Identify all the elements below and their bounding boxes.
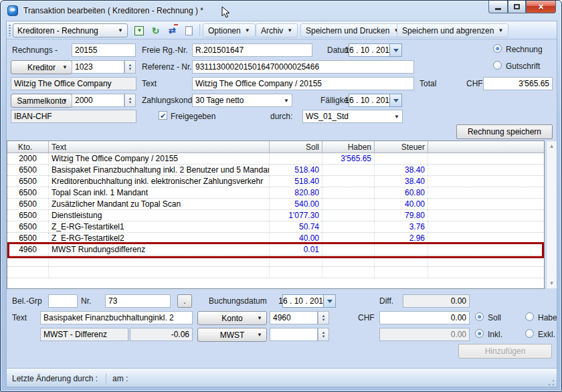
table-row[interactable]: 6500 Zusätzlicher Mandant zu Topal Scan … bbox=[7, 199, 544, 210]
menu-speichern-drucken[interactable]: Speichern und Drucken▼ bbox=[300, 23, 404, 37]
chevron-down-icon: ▼ bbox=[498, 27, 503, 33]
radio-gutschrift[interactable] bbox=[493, 61, 502, 70]
freigegeben-checkbox[interactable]: ✔ bbox=[159, 111, 167, 120]
table-row[interactable]: 6500 Topal Scan inkl. 1 Mandant 820.80 6… bbox=[7, 187, 544, 199]
sammelkonto-spinner[interactable]: ▲▼ bbox=[124, 94, 136, 107]
durch-label: durch: bbox=[270, 112, 292, 121]
table-row[interactable]: 2000 Witzig The Office Company / 20155 3… bbox=[7, 153, 544, 165]
rechnung-speichern-button[interactable]: Rechnung speichern bbox=[456, 124, 553, 139]
text-input[interactable] bbox=[192, 77, 414, 90]
refresh-icon: ↻ bbox=[152, 25, 160, 36]
zahlungskond-combo[interactable]: 30 Tage netto▼ bbox=[192, 94, 292, 107]
hinzufuegen-button[interactable]: Hinzufügen bbox=[458, 344, 552, 359]
radio-exkl[interactable] bbox=[525, 329, 534, 338]
table-row[interactable]: 6500 Dienstleistung 1'077.30 79.80 bbox=[7, 210, 544, 221]
view-dropdown[interactable]: Kreditoren - Rechnung ▼ bbox=[13, 23, 128, 37]
zahlungskond-value: 30 Tage netto bbox=[195, 96, 244, 105]
highlight-annotation-box bbox=[7, 242, 544, 258]
buchungsdatum-field[interactable]: 16 . 10 . 2015 bbox=[282, 294, 336, 308]
cell-text: Z_E-RG-Testartikel1 bbox=[49, 221, 270, 232]
kreditor-dropdown-button[interactable]: Kreditor▼ bbox=[11, 60, 72, 74]
buchungsdatum-value[interactable]: 16 . 10 . 2015 bbox=[282, 294, 324, 308]
toolbar-grip[interactable] bbox=[9, 25, 11, 36]
col-steuer[interactable]: Steuer bbox=[375, 141, 428, 153]
mwst-button-label: MWST bbox=[220, 330, 245, 340]
datum-field[interactable]: 16 . 10 . 2015 bbox=[349, 43, 402, 57]
durch-combo[interactable]: WS_01_Std▼ bbox=[302, 110, 403, 123]
chevron-down-icon: ▼ bbox=[257, 332, 262, 338]
cell-steuer: 60.80 bbox=[375, 187, 428, 198]
title-bar[interactable]: Transaktion bearbeiten ( Kreditoren - Re… bbox=[1, 1, 561, 21]
cell-kto: 6500 bbox=[7, 221, 49, 232]
toolbar: Kreditoren - Rechnung ▼ ↻ ⇄ Optionen▼ Ar… bbox=[7, 21, 557, 39]
detail-chf-input[interactable] bbox=[379, 311, 470, 324]
konto-spinner[interactable]: ▲▼ bbox=[318, 311, 329, 324]
kreditor-input[interactable] bbox=[72, 60, 124, 74]
rechnungs-input[interactable] bbox=[72, 43, 136, 57]
refresh-button[interactable]: ↻ bbox=[148, 23, 163, 37]
konto-input[interactable] bbox=[270, 311, 318, 324]
mouse-cursor-icon bbox=[221, 6, 231, 19]
datum-dropdown-button[interactable] bbox=[390, 43, 402, 57]
faelligkeit-field[interactable]: 16 . 10 . 2015 bbox=[349, 94, 402, 107]
cell-haben bbox=[322, 221, 375, 232]
kreditor-spinner[interactable]: ▲▼ bbox=[124, 60, 136, 74]
transfer-button[interactable]: ⇄ bbox=[165, 23, 180, 37]
cell-steuer: 79.80 bbox=[375, 210, 428, 221]
konto-dropdown-button[interactable]: Konto▼ bbox=[197, 311, 267, 325]
col-text[interactable]: Text bbox=[49, 141, 270, 153]
radio-rechnung[interactable] bbox=[493, 44, 502, 53]
minimize-button[interactable] bbox=[488, 1, 508, 13]
lookup-dot-button[interactable]: . bbox=[177, 294, 192, 308]
close-button[interactable]: × bbox=[526, 1, 556, 13]
import-button[interactable] bbox=[131, 23, 147, 37]
new-document-button[interactable] bbox=[181, 23, 197, 37]
col-soll[interactable]: Soll bbox=[270, 141, 322, 153]
datum-value[interactable]: 16 . 10 . 2015 bbox=[349, 43, 390, 57]
mwst-differenz-field bbox=[40, 328, 128, 341]
freie-rg-input[interactable] bbox=[192, 43, 312, 57]
radio-soll[interactable] bbox=[475, 312, 484, 321]
scroll-down-icon[interactable]: ▼ bbox=[547, 278, 557, 288]
faelligkeit-value[interactable]: 16 . 10 . 2015 bbox=[349, 94, 390, 107]
mwst-dropdown-button[interactable]: MWST▼ bbox=[197, 328, 267, 342]
mwst-input[interactable] bbox=[270, 328, 318, 341]
cell-text: Dienstleistung bbox=[49, 210, 270, 221]
faelligkeit-dropdown-button[interactable] bbox=[390, 94, 402, 107]
menu-archiv[interactable]: Archiv▼ bbox=[256, 23, 298, 37]
menu-speichern-abgrenzen-label: Speichern und abgrenzen bbox=[402, 26, 494, 35]
sammelkonto-dropdown-button[interactable]: Sammelkonto▼ bbox=[11, 94, 72, 108]
table-row[interactable]: 6500 Basispaket Finanzbuchhaltung inkl. … bbox=[7, 165, 544, 176]
detail-text-input[interactable] bbox=[40, 311, 193, 324]
scroll-up-icon[interactable]: ▲ bbox=[547, 141, 557, 151]
text-label: Text bbox=[142, 79, 157, 88]
minimize-icon bbox=[495, 8, 501, 10]
spin-down-icon: ▼ bbox=[322, 318, 326, 322]
radio-inkl[interactable] bbox=[475, 329, 484, 338]
radio-haben[interactable] bbox=[525, 312, 534, 321]
nr-label: Nr. bbox=[81, 296, 91, 306]
nr-input[interactable] bbox=[105, 294, 171, 308]
referenz-input[interactable] bbox=[192, 60, 414, 74]
diff-field bbox=[403, 294, 470, 308]
menu-optionen[interactable]: Optionen▼ bbox=[203, 23, 256, 37]
chevron-down-icon: ▼ bbox=[257, 315, 262, 321]
buchungsdatum-dropdown-button[interactable] bbox=[324, 294, 336, 308]
maximize-button[interactable] bbox=[508, 1, 526, 13]
table-row[interactable]: 6500 Z_E-RG-Testartikel1 50.74 3.76 bbox=[7, 221, 544, 233]
menu-speichern-abgrenzen[interactable]: Speichern und abgrenzen▼ bbox=[397, 23, 508, 37]
mwst-spinner[interactable]: ▲▼ bbox=[318, 328, 329, 341]
cell-haben bbox=[322, 165, 375, 175]
col-haben[interactable]: Haben bbox=[322, 141, 375, 153]
table-scrollbar[interactable]: ▲ ▼ bbox=[546, 140, 557, 289]
col-kto[interactable]: Kto. bbox=[7, 141, 49, 153]
sammelkonto-input[interactable] bbox=[72, 94, 124, 107]
toolbar-separator bbox=[199, 24, 200, 36]
table-row[interactable]: 6500 Kreditorenbuchhaltung inkl. elektro… bbox=[7, 176, 544, 187]
table-header[interactable]: Kto. Text Soll Haben Steuer bbox=[7, 141, 544, 153]
resize-grip[interactable] bbox=[548, 379, 555, 386]
belgrp-input[interactable] bbox=[48, 294, 78, 308]
total-label: Total bbox=[419, 79, 436, 88]
radio-gutschrift-label: Gutschrift bbox=[506, 62, 540, 71]
total-input[interactable] bbox=[483, 77, 553, 90]
